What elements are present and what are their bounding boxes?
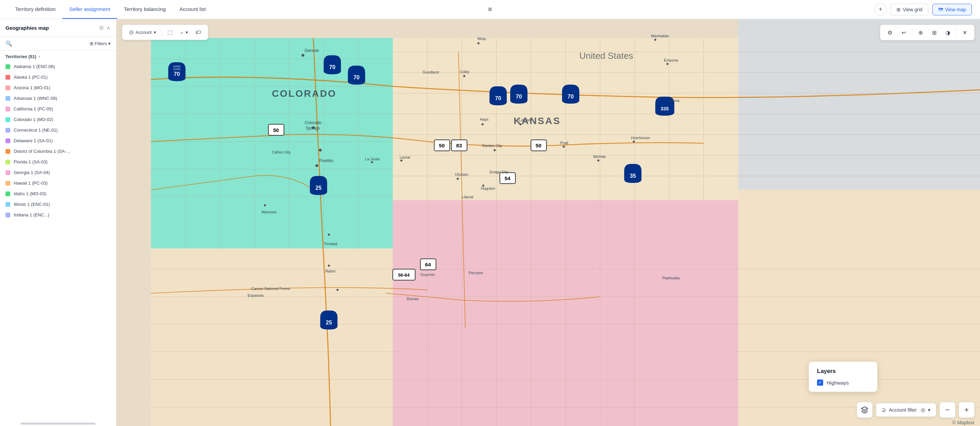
territory-name: Alaska 1 (PC-01) (14, 74, 48, 80)
color-indicator (5, 64, 10, 69)
hamburger-icon[interactable]: ≡ (488, 5, 492, 13)
tag-tool-button[interactable]: 🏷 (192, 27, 204, 38)
layers-item: Highways (817, 380, 869, 386)
layers-toggle-button[interactable] (857, 402, 872, 418)
svg-point-94 (654, 39, 656, 41)
svg-point-77 (319, 149, 321, 152)
contrast-button[interactable]: ◑ (942, 27, 953, 38)
layers-grid-button[interactable]: ⊞ (929, 27, 940, 38)
color-indicator (5, 107, 10, 111)
close-tool-button[interactable]: ✕ (959, 27, 970, 38)
view-grid-button[interactable]: ⊞ View grid (891, 4, 928, 15)
list-item[interactable]: Connecticut 1 (NE-01) (0, 125, 116, 135)
svg-text:Wichita: Wichita (593, 155, 606, 158)
svg-text:56-64: 56-64 (398, 272, 410, 278)
territory-name: Idaho 1 (MO-03) (14, 191, 46, 196)
list-item[interactable]: Illinois 1 (ENC-01) (0, 199, 116, 210)
rt-divider-2 (956, 29, 956, 36)
map-area[interactable]: 70 INTER STATE 70 70 25 25 (116, 19, 980, 426)
svg-marker-3 (151, 249, 393, 426)
svg-text:Garden City: Garden City (482, 144, 502, 148)
svg-text:La Junta: La Junta (365, 157, 380, 161)
view-map-button[interactable]: 🗺 View map (932, 4, 972, 15)
zoom-out-button[interactable]: − (940, 402, 955, 418)
location-pin-icon: ◎ (921, 407, 925, 413)
scroll-indicator (21, 423, 95, 424)
list-item[interactable]: California 1 (PC-05) (0, 104, 116, 114)
nav-tab-territory-balancing[interactable]: Territory balancing (117, 0, 173, 19)
list-item[interactable]: Colorado 1 (MO-02) (0, 114, 116, 125)
settings-tool-button[interactable]: ⚙ (885, 27, 896, 38)
map-icon: 🗺 (938, 7, 943, 12)
select-tool-button[interactable]: ⬚ (164, 27, 176, 38)
list-item[interactable]: Arizona 1 (MO-01) (0, 82, 116, 93)
svg-text:25: 25 (315, 185, 321, 191)
territory-name: Arizona 1 (MO-01) (14, 85, 50, 90)
list-item[interactable]: Hawaii 1 (PC-03) (0, 178, 116, 188)
svg-text:35: 35 (630, 173, 636, 179)
svg-text:Hugoton: Hugoton (481, 186, 495, 190)
svg-text:Goodland: Goodland (423, 70, 439, 74)
svg-text:Larned: Larned (519, 118, 531, 122)
highways-checkbox[interactable] (817, 380, 823, 386)
svg-text:United States: United States (579, 51, 633, 61)
svg-text:25: 25 (326, 319, 332, 325)
svg-point-91 (563, 146, 565, 148)
filter-button[interactable]: ⊞ Filters ▾ (90, 41, 111, 46)
list-item[interactable]: Delaware 1 (SA-01) (0, 135, 116, 146)
territory-name: Illinois 1 (ENC-01) (14, 202, 50, 207)
svg-text:Colby: Colby (460, 70, 470, 74)
toolbar-divider (162, 29, 162, 36)
lasso-tool-button[interactable]: ⬦ ▾ (177, 27, 191, 38)
list-item[interactable]: Florida 1 (SA-03) (0, 157, 116, 167)
svg-text:Liberal: Liberal (462, 195, 473, 199)
list-item[interactable]: Indiana 1 (ENC...) (0, 210, 116, 220)
undo-button[interactable]: ↩ (898, 27, 909, 38)
svg-text:70: 70 (329, 64, 336, 70)
left-panel: Geographies map ⚙ ∧ 🔍 ⊞ Filters ▾ Territ… (0, 19, 116, 426)
collapse-icon[interactable]: ∧ (107, 25, 111, 31)
nav-tab-account-list[interactable]: Account list (173, 0, 213, 19)
filter-dropdown-icon: ▾ (928, 407, 930, 413)
filter-funnel-icon: ⊇ (882, 407, 886, 413)
settings-icon[interactable]: ⚙ (99, 25, 104, 31)
color-indicator (5, 96, 10, 101)
svg-text:Hays: Hays (480, 117, 488, 121)
svg-marker-5 (738, 19, 980, 190)
account-dropdown[interactable]: ⊙ Account ▾ (126, 27, 159, 38)
svg-text:335: 335 (660, 106, 669, 111)
zoom-in-button[interactable]: + (959, 402, 975, 418)
svg-text:Lamar: Lamar (399, 155, 410, 159)
svg-text:COLORADO: COLORADO (272, 88, 337, 99)
list-item[interactable]: Georgia 1 (SA-04) (0, 167, 116, 178)
account-filter-button[interactable]: ⊇ Account filter ◎ ▾ (876, 403, 936, 417)
nav-tab-seller-assignment[interactable]: Seller assignment (62, 0, 117, 19)
nav-tab-territory-definition[interactable]: Territory definition (8, 0, 62, 19)
view-map-label: View map (945, 7, 966, 12)
list-item[interactable]: Arkansas 1 (WNC-08) (0, 93, 116, 104)
sort-icon[interactable]: ↑ (38, 54, 41, 59)
territory-name: Indiana 1 (ENC...) (14, 212, 49, 217)
rt-divider (912, 29, 912, 36)
territory-name: Connecticut 1 (NE-01) (14, 128, 58, 133)
svg-text:70: 70 (495, 95, 501, 101)
color-indicator (5, 192, 10, 196)
territory-name: District of Columbia 1 (SA-... (14, 149, 70, 154)
territory-list: Alabama 1 (ENC-06) Alaska 1 (PC-01) Ariz… (0, 61, 116, 421)
add-button[interactable]: + (874, 3, 886, 16)
svg-point-95 (667, 63, 668, 65)
list-item[interactable]: District of Columbia 1 (SA-... (0, 146, 116, 157)
color-indicator (5, 117, 10, 122)
svg-text:Hutchinson: Hutchinson (631, 136, 650, 140)
list-item[interactable]: Idaho 1 (MO-03) (0, 188, 116, 199)
zoom-in-tool-button[interactable]: ⊕ (915, 27, 926, 38)
svg-point-86 (481, 123, 484, 125)
color-indicator (5, 149, 10, 154)
list-item[interactable]: Alaska 1 (PC-01) (0, 72, 116, 82)
svg-text:Wray: Wray (477, 36, 486, 41)
map-toolbar: ⊙ Account ▾ ⬚ ⬦ ▾ 🏷 (122, 25, 208, 40)
top-navigation: Territory definition Seller assignment T… (0, 0, 980, 19)
list-item[interactable]: Alabama 1 (ENC-06) (0, 61, 116, 72)
account-chevron-icon: ▾ (154, 30, 156, 35)
filter-icon: ⊞ (90, 41, 94, 46)
